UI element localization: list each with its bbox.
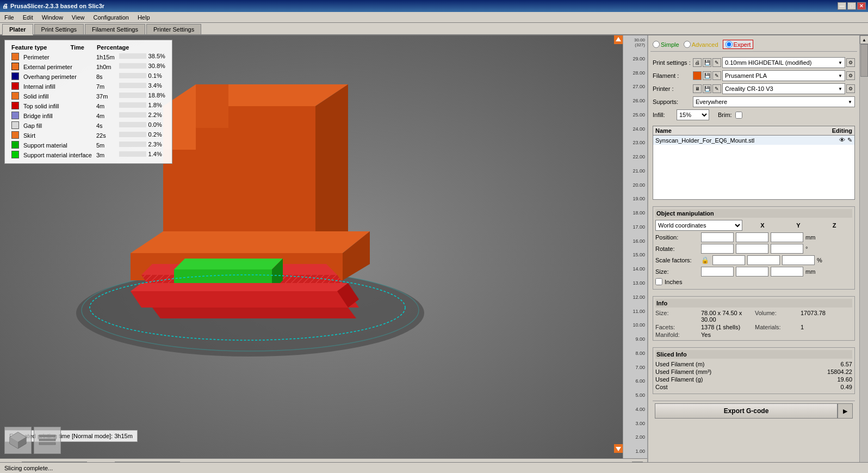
ruler-top: 30.00(327) <box>624 38 646 47</box>
tab-filament-settings[interactable]: Filament Settings <box>85 24 145 34</box>
position-x[interactable]: 155 <box>701 232 734 242</box>
size-z[interactable]: 30 <box>771 267 803 277</box>
info-manifold-label: Manifold: <box>655 331 699 338</box>
printer-combo[interactable]: Creality CR-10 V3 ▼ <box>722 83 845 94</box>
printer-icon3[interactable]: ✎ <box>712 84 721 93</box>
info-grid: Size: 78.00 x 74.50 x 30.00 Volume: 1707… <box>655 310 852 338</box>
inches-label: Inches <box>665 279 682 285</box>
scroll-up-btn[interactable]: ▲ <box>860 35 868 44</box>
info-facets-label: Facets: <box>655 324 699 330</box>
menu-help[interactable]: Help <box>133 13 154 22</box>
maximize-btn[interactable]: □ <box>847 2 856 10</box>
print-settings-icon2[interactable]: 💾 <box>703 58 711 67</box>
top-solid-color <box>11 102 19 109</box>
minimize-btn[interactable]: — <box>838 2 846 10</box>
filament-g-row: Used Filament (g) 19.60 <box>655 376 852 383</box>
canvas-3d[interactable]: Feature type Time Percentage Perimeter 1… <box>0 35 647 473</box>
size-label: Size: <box>655 268 699 275</box>
position-z[interactable]: 15 <box>771 232 803 242</box>
print-settings-icon3[interactable]: ✎ <box>712 58 721 67</box>
filament-g-label: Used Filament (g) <box>655 376 807 383</box>
mode-simple[interactable]: Simple <box>653 41 679 48</box>
print-settings-gear[interactable]: ⚙ <box>846 58 855 67</box>
titlebar-controls[interactable]: — □ ✕ <box>838 2 866 10</box>
export-side-btn[interactable]: ▶ <box>838 403 853 419</box>
internal-infill-time: 7m <box>94 82 117 91</box>
svg-marker-16 <box>131 291 359 308</box>
scroll-track[interactable] <box>860 44 868 466</box>
feature-row-top-solid: Top solid infill 4m 1.8% <box>9 101 168 111</box>
close-btn[interactable]: ✕ <box>857 2 866 10</box>
scroll-thumb[interactable] <box>860 44 868 77</box>
menu-view[interactable]: View <box>67 13 89 22</box>
filament-icon2[interactable]: ✎ <box>712 71 721 80</box>
obj-edit-icon[interactable]: ✎ <box>847 137 852 144</box>
support-iface-time: 3m <box>94 150 117 160</box>
rotate-z[interactable]: 0 <box>771 244 803 254</box>
cost-label: Cost <box>655 384 807 390</box>
printer-row: Printer : 🖥 💾 ✎ Creality CR-10 V3 ▼ ⚙ <box>653 82 855 95</box>
mode-advanced[interactable]: Advanced <box>684 41 718 48</box>
menu-edit[interactable]: Edit <box>18 13 38 22</box>
svg-marker-8 <box>131 231 370 253</box>
scale-z[interactable]: 100 <box>782 255 815 265</box>
bridge-color <box>11 112 19 119</box>
ruler: 30.00(327) 29.00 28.00 27.00 26.00 25.00… <box>623 35 647 473</box>
perimeter-time: 1h15m <box>94 52 117 62</box>
tab-plater[interactable]: Plater <box>2 24 33 35</box>
tab-print-settings[interactable]: Print Settings <box>34 24 84 34</box>
z-label: Z <box>818 222 851 229</box>
filament-mm3-label: Used Filament (mm³) <box>655 368 807 375</box>
support-iface-pct: 1.4% <box>148 151 162 157</box>
position-y[interactable]: 155 <box>736 232 768 242</box>
obj-eye-icon[interactable]: 👁 <box>839 137 845 144</box>
view-cube-btn[interactable] <box>4 427 32 454</box>
supports-combo[interactable]: Everywhere ▼ <box>693 96 855 107</box>
perimeter-pct: 38.5% <box>148 53 165 59</box>
filament-icon1[interactable]: 💾 <box>703 71 711 80</box>
export-gcode-btn[interactable]: Export G-code <box>655 403 838 419</box>
tab-printer-settings[interactable]: Printer Settings <box>146 24 201 34</box>
rotate-x[interactable]: 0 <box>701 244 734 254</box>
filament-gear[interactable]: ⚙ <box>846 71 855 80</box>
infill-select[interactable]: 15% <box>677 109 709 120</box>
view-controls[interactable] <box>4 427 61 454</box>
position-unit: mm <box>805 234 819 241</box>
rotate-y[interactable]: 0 <box>736 244 768 254</box>
rotate-row: Rotate: 0 0 0 ° <box>655 244 852 254</box>
ruler-needle-top[interactable] <box>614 35 623 44</box>
brim-checkbox[interactable] <box>735 112 742 119</box>
coord-system-select[interactable]: World coordinates <box>655 220 742 231</box>
menu-file[interactable]: File <box>0 13 18 22</box>
perimeter-label: Perimeter <box>21 52 94 62</box>
right-scrollbar[interactable]: ▲ ▼ <box>859 35 868 473</box>
filament-color-swatch[interactable] <box>693 71 702 80</box>
lock-icon[interactable]: 🔒 <box>701 256 709 264</box>
scale-y[interactable]: 100 <box>747 255 780 265</box>
ruler-needle-bottom[interactable] <box>614 444 623 453</box>
filament-combo[interactable]: Prusament PLA ▼ <box>722 70 845 81</box>
print-settings-icon1[interactable]: 🖨 <box>693 58 702 67</box>
obj-list-row[interactable]: Synscan_Holder_For_EQ6_Mount.stl 👁 ✎ <box>653 136 854 145</box>
viewport[interactable]: Feature type Time Percentage Perimeter 1… <box>0 35 647 473</box>
print-settings-combo[interactable]: 0.10mm HIGHDETAIL (modified) ▼ <box>722 57 845 68</box>
menu-configuration[interactable]: Configuration <box>89 13 133 22</box>
svg-rect-28 <box>39 439 55 441</box>
supports-combo-arrow: ▼ <box>848 100 852 105</box>
printer-icon2[interactable]: 💾 <box>703 84 711 93</box>
view-layers-btn[interactable] <box>34 427 61 454</box>
internal-infill-label: Internal infill <box>21 82 94 91</box>
scale-x[interactable]: 100 <box>712 255 745 265</box>
mode-expert[interactable]: Expert <box>723 40 754 49</box>
printer-gear[interactable]: ⚙ <box>846 84 855 93</box>
gap-time: 4s <box>94 121 117 131</box>
filament-mm3-row: Used Filament (mm³) 15804.22 <box>655 368 852 375</box>
printer-icon1[interactable]: 🖥 <box>693 84 702 93</box>
filament-mm3-value: 15804.22 <box>809 368 852 375</box>
feature-row-perimeter: Perimeter 1h15m 38.5% <box>9 52 168 62</box>
size-x[interactable]: 78 <box>701 267 734 277</box>
inches-checkbox[interactable] <box>655 278 662 285</box>
size-y[interactable]: 74.5 <box>736 267 768 277</box>
sliced-info-section: Sliced Info Used Filament (m) 6.57 Used … <box>653 347 855 394</box>
menu-window[interactable]: Window <box>38 13 67 22</box>
